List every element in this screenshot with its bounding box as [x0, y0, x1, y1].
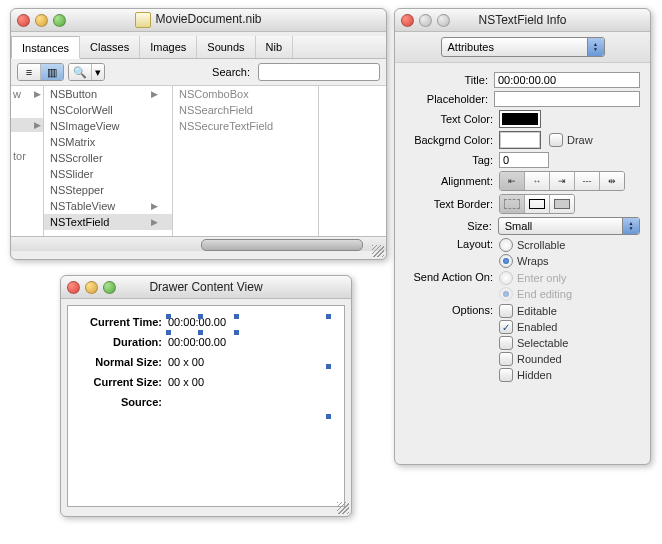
list-item[interactable]: NSSearchField [173, 102, 318, 118]
alignment-segment[interactable]: ⇤ ↔ ⇥ --- ⇹ [499, 171, 625, 191]
list-item[interactable]: NSComboBox [173, 86, 318, 102]
selection-handle[interactable] [166, 330, 171, 335]
placeholder-field[interactable] [494, 91, 640, 107]
minimize-icon[interactable] [35, 14, 48, 27]
list-item[interactable]: NSTextField▶ [44, 214, 172, 230]
list-item[interactable]: NSButton▶ [44, 86, 172, 102]
border-segment[interactable] [499, 194, 575, 214]
popup-arrows-icon[interactable] [587, 38, 604, 56]
border-none-icon[interactable] [500, 195, 525, 213]
draw-checkbox[interactable]: Draw [549, 133, 593, 147]
view-mode-segment[interactable]: ≡ ▥ [17, 63, 64, 81]
search-scope-segment[interactable]: 🔍 ▾ [68, 63, 105, 81]
list-item[interactable]: w▶ [11, 86, 43, 102]
align-natural-icon[interactable]: --- [575, 172, 600, 190]
column-2[interactable]: NSComboBoxNSSearchFieldNSSecureTextField [173, 86, 319, 236]
minimize-icon[interactable] [85, 281, 98, 294]
option-editable-checkbox[interactable]: Editable [499, 304, 568, 318]
list-item[interactable]: NSTableView▶ [44, 198, 172, 214]
tab-nib[interactable]: Nib [256, 36, 294, 58]
selection-handle[interactable] [166, 314, 171, 319]
size-label: Size: [405, 220, 492, 232]
radio-icon [499, 238, 513, 252]
minimize-icon[interactable] [419, 14, 432, 27]
tab-instances[interactable]: Instances [11, 36, 80, 59]
resize-handle-icon[interactable] [372, 245, 384, 257]
zoom-icon[interactable] [53, 14, 66, 27]
inspector-titlebar[interactable]: NSTextField Info [395, 9, 650, 32]
layout-wraps-radio[interactable]: Wraps [499, 254, 565, 268]
list-item[interactable]: ▶ [11, 118, 43, 132]
checkbox-icon [499, 336, 513, 350]
selection-handle[interactable] [198, 330, 203, 335]
form-value: 00 x 00 [168, 356, 204, 368]
selection-handle[interactable] [326, 414, 331, 419]
border-line-icon[interactable] [525, 195, 550, 213]
form-row: Current Size:00 x 00 [68, 372, 344, 392]
selection-handle[interactable] [198, 314, 203, 319]
tag-field[interactable] [499, 152, 549, 168]
resize-handle-icon[interactable] [337, 502, 349, 514]
checkbox-icon [499, 368, 513, 382]
list-item[interactable]: tor [11, 148, 43, 164]
list-item[interactable] [11, 102, 43, 118]
form-row: Source: [68, 392, 344, 412]
align-center-icon[interactable]: ↔ [525, 172, 550, 190]
list-item[interactable]: NSColorWell [44, 102, 172, 118]
tab-classes[interactable]: Classes [80, 36, 140, 58]
list-item[interactable]: NSSlider [44, 166, 172, 182]
tab-sounds[interactable]: Sounds [197, 36, 255, 58]
zoom-icon[interactable] [437, 14, 450, 27]
alignment-label: Alignment: [405, 175, 493, 187]
align-right-icon[interactable]: ⇥ [550, 172, 575, 190]
option-rounded-checkbox[interactable]: Rounded [499, 352, 568, 366]
selection-handle[interactable] [234, 330, 239, 335]
column-view-icon[interactable]: ▥ [41, 64, 63, 80]
title-field[interactable] [494, 72, 640, 88]
list-item[interactable]: NSScroller [44, 150, 172, 166]
selection-handle[interactable] [326, 364, 331, 369]
column-0[interactable]: w▶ ▶ tor [11, 86, 44, 236]
size-value: Small [505, 220, 533, 232]
scroll-thumb[interactable] [201, 239, 363, 251]
bgcolor-well[interactable] [499, 131, 541, 149]
zoom-icon[interactable] [103, 281, 116, 294]
search-scope-menu-icon[interactable]: ▾ [92, 64, 104, 80]
horizontal-scrollbar[interactable] [11, 236, 386, 251]
radio-icon [499, 287, 513, 301]
search-scope-icon[interactable]: 🔍 [69, 64, 92, 80]
list-item[interactable]: NSStepper [44, 182, 172, 198]
align-justify-icon[interactable]: ⇹ [600, 172, 624, 190]
size-popup[interactable]: Small [498, 217, 640, 235]
list-item[interactable]: NSMatrix [44, 134, 172, 150]
close-icon[interactable] [17, 14, 30, 27]
selection-handle[interactable] [326, 314, 331, 319]
layout-scrollable-radio[interactable]: Scrollable [499, 238, 565, 252]
align-left-icon[interactable]: ⇤ [500, 172, 525, 190]
drawer-content[interactable]: Current Time:00:00:00.00Duration:00:00:0… [67, 305, 345, 507]
drawer-titlebar[interactable]: Drawer Content View [61, 276, 351, 299]
option-selectable-checkbox[interactable]: Selectable [499, 336, 568, 350]
inspector-body: Title: Placeholder: Text Color: Backgrnd… [395, 63, 650, 391]
border-bezel-icon[interactable] [550, 195, 574, 213]
option-hidden-checkbox[interactable]: Hidden [499, 368, 568, 382]
tab-images[interactable]: Images [140, 36, 197, 58]
list-item[interactable] [11, 132, 43, 148]
popup-arrows-icon[interactable] [622, 218, 639, 234]
close-icon[interactable] [67, 281, 80, 294]
list-view-icon[interactable]: ≡ [18, 64, 41, 80]
list-item[interactable]: NSSecureTextField [173, 118, 318, 134]
inspector-window: NSTextField Info Attributes Title: Place… [394, 8, 651, 465]
checkbox-icon: ✓ [499, 320, 513, 334]
list-item[interactable]: NSImageView [44, 118, 172, 134]
textcolor-well[interactable] [499, 110, 541, 128]
inspector-mode-popup[interactable]: Attributes [441, 37, 605, 57]
selection-handle[interactable] [234, 314, 239, 319]
column-1[interactable]: NSButton▶NSColorWellNSImageViewNSMatrixN… [44, 86, 173, 236]
nib-titlebar[interactable]: MovieDocument.nib [11, 9, 386, 32]
option-enabled-checkbox[interactable]: ✓Enabled [499, 320, 568, 334]
form-row: Duration:00:00:00.00 [68, 332, 344, 352]
search-input[interactable] [258, 63, 380, 81]
list-item[interactable] [11, 164, 43, 180]
close-icon[interactable] [401, 14, 414, 27]
